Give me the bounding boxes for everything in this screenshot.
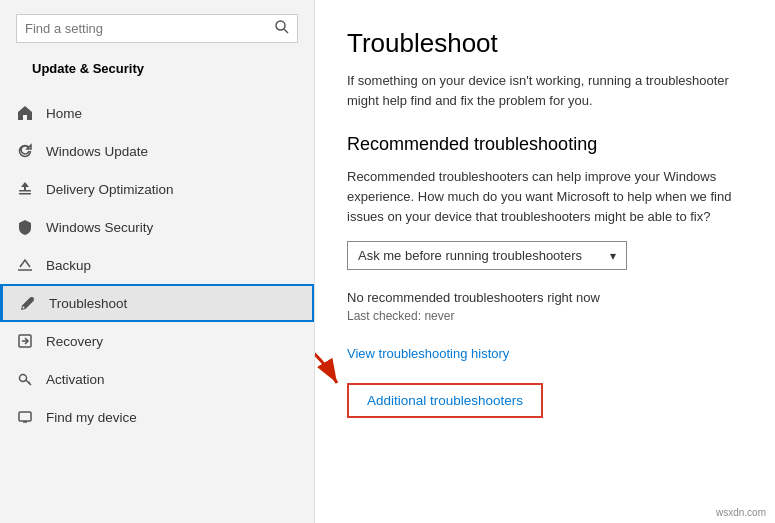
sidebar-item-home[interactable]: Home <box>0 94 314 132</box>
wrench-icon <box>19 294 37 312</box>
sidebar-item-windows-security[interactable]: Windows Security <box>0 208 314 246</box>
additional-troubleshooters-button[interactable]: Additional troubleshooters <box>347 383 543 418</box>
sidebar-item-backup-label: Backup <box>46 258 91 273</box>
view-history-link[interactable]: View troubleshooting history <box>347 346 509 361</box>
recommended-heading: Recommended troubleshooting <box>347 134 743 155</box>
sidebar-item-troubleshoot[interactable]: Troubleshoot <box>0 284 314 322</box>
main-content: Troubleshoot If something on your device… <box>315 0 775 523</box>
page-subtitle: If something on your device isn't workin… <box>347 71 743 110</box>
sidebar-item-troubleshoot-label: Troubleshoot <box>49 296 127 311</box>
recommended-desc: Recommended troubleshooters can help imp… <box>347 167 743 227</box>
no-recommended-text: No recommended troubleshooters right now <box>347 290 743 305</box>
sidebar-item-activation[interactable]: Activation <box>0 360 314 398</box>
watermark: wsxdn.com <box>713 506 769 519</box>
sidebar-item-windows-update-label: Windows Update <box>46 144 148 159</box>
sidebar-item-backup[interactable]: Backup <box>0 246 314 284</box>
svg-rect-7 <box>19 412 31 421</box>
recovery-icon <box>16 332 34 350</box>
search-icon <box>275 20 289 37</box>
sidebar-item-find-my-device[interactable]: Find my device <box>0 398 314 436</box>
sidebar-item-find-my-device-label: Find my device <box>46 410 137 425</box>
section-title: Update & Security <box>16 57 298 86</box>
sidebar-item-recovery[interactable]: Recovery <box>0 322 314 360</box>
svg-line-1 <box>284 29 288 33</box>
key-icon <box>16 370 34 388</box>
troubleshoot-dropdown[interactable]: Ask me before running troubleshooters ▾ <box>347 241 627 270</box>
sidebar-header: Update & Security <box>0 0 314 94</box>
page-title: Troubleshoot <box>347 28 743 59</box>
sidebar-item-delivery-optimization-label: Delivery Optimization <box>46 182 174 197</box>
refresh-icon <box>16 142 34 160</box>
sidebar: Update & Security Home Windows Update <box>0 0 315 523</box>
search-box[interactable] <box>16 14 298 43</box>
sidebar-item-home-label: Home <box>46 106 82 121</box>
svg-point-4 <box>23 307 25 309</box>
last-checked-text: Last checked: never <box>347 309 743 323</box>
sidebar-item-delivery-optimization[interactable]: Delivery Optimization <box>0 170 314 208</box>
shield-icon <box>16 218 34 236</box>
annotation-container: Additional troubleshooters <box>347 383 743 418</box>
svg-rect-2 <box>19 193 31 195</box>
sidebar-item-windows-security-label: Windows Security <box>46 220 153 235</box>
dropdown-value: Ask me before running troubleshooters <box>358 248 582 263</box>
svg-point-0 <box>276 21 285 30</box>
sidebar-item-activation-label: Activation <box>46 372 105 387</box>
search-input[interactable] <box>25 21 275 36</box>
upload-icon <box>16 180 34 198</box>
settings-window: Update & Security Home Windows Update <box>0 0 775 523</box>
sidebar-item-windows-update[interactable]: Windows Update <box>0 132 314 170</box>
home-icon <box>16 104 34 122</box>
sidebar-item-recovery-label: Recovery <box>46 334 103 349</box>
device-icon <box>16 408 34 426</box>
backup-icon <box>16 256 34 274</box>
chevron-down-icon: ▾ <box>610 249 616 263</box>
svg-point-6 <box>20 375 27 382</box>
